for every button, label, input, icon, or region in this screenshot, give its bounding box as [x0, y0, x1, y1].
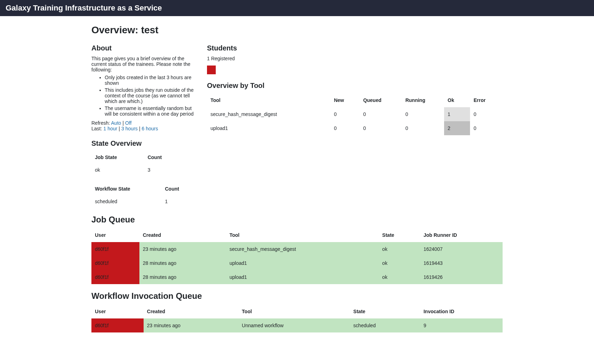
col-job-state: Job State: [91, 151, 144, 164]
job-queue-table: User Created Tool State Job Runner ID d6…: [91, 228, 503, 284]
col-created: Created: [139, 228, 226, 242]
col-error: Error: [470, 93, 503, 107]
refresh-auto-link[interactable]: Auto: [111, 120, 121, 126]
col-tool: Tool: [207, 93, 330, 107]
col-created: Created: [144, 304, 239, 318]
col-wf-state: Workflow State: [91, 183, 161, 195]
cell-created: 28 minutes ago: [139, 256, 226, 270]
table-row: d60f1f 23 minutes ago Unnamed workflow s…: [91, 318, 503, 332]
refresh-row: Refresh: Auto | Off: [91, 120, 196, 126]
cell-tool: upload1: [226, 270, 379, 284]
cell-runner: 1619426: [420, 270, 503, 284]
col-user: User: [91, 304, 144, 318]
table-row: secure_hash_message_digest 0 0 0 1 0: [207, 107, 503, 121]
pipe: |: [138, 126, 141, 131]
cell-user: d60f1f: [91, 270, 139, 284]
pipe: |: [117, 126, 121, 131]
table-row: ok 3: [91, 164, 182, 176]
app-title: Galaxy Training Infrastructure as a Serv…: [6, 4, 588, 13]
refresh-off-link[interactable]: Off: [125, 120, 131, 126]
col-state: State: [379, 228, 420, 242]
cell-error: 0: [470, 121, 503, 135]
cell-queued: 0: [360, 121, 402, 135]
cell-ok: 1: [444, 107, 470, 121]
cell-queued: 0: [360, 107, 402, 121]
pipe: |: [121, 120, 125, 126]
students-registered: 1 Registered: [207, 56, 503, 61]
cell-tool: upload1: [226, 256, 379, 270]
last-6h-link[interactable]: 6 hours: [142, 126, 158, 131]
cell-tool: secure_hash_message_digest: [207, 107, 330, 121]
cell-job-count: 3: [144, 164, 182, 176]
cell-inv: 9: [420, 318, 503, 332]
cell-new: 0: [330, 107, 359, 121]
wf-queue-heading: Workflow Invocation Queue: [91, 291, 503, 301]
student-color-swatch: [207, 66, 216, 74]
cell-job-state: ok: [91, 164, 144, 176]
workflow-state-table: Workflow State Count scheduled 1: [91, 183, 196, 208]
cell-created: 23 minutes ago: [139, 242, 226, 256]
table-row: scheduled 1: [91, 195, 196, 208]
last-row: Last: 1 hour | 3 hours | 6 hours: [91, 126, 196, 131]
col-job-count: Count: [144, 151, 182, 164]
cell-new: 0: [330, 121, 359, 135]
col-inv: Invocation ID: [420, 304, 503, 318]
about-bullet: Only jobs created in the last 3 hours ar…: [105, 75, 196, 86]
wf-queue-table: User Created Tool State Invocation ID d6…: [91, 304, 503, 332]
col-ok: Ok: [444, 93, 470, 107]
app-header: Galaxy Training Infrastructure as a Serv…: [0, 0, 594, 16]
cell-created: 28 minutes ago: [139, 270, 226, 284]
col-queued: Queued: [360, 93, 402, 107]
job-queue-heading: Job Queue: [91, 215, 503, 225]
cell-ok: 2: [444, 121, 470, 135]
cell-state: ok: [379, 256, 420, 270]
cell-state: ok: [379, 270, 420, 284]
cell-tool: upload1: [207, 121, 330, 135]
students-heading: Students: [207, 44, 503, 52]
cell-created: 23 minutes ago: [144, 318, 239, 332]
col-tool: Tool: [226, 228, 379, 242]
about-bullet: This includes jobs they run outside of t…: [105, 87, 196, 104]
cell-user: d60f1f: [91, 256, 139, 270]
cell-runner: 1624007: [420, 242, 503, 256]
table-row: d60f1f 28 minutes ago upload1 ok 1619426: [91, 270, 503, 284]
about-bullet: The username is essentially random but w…: [105, 105, 196, 117]
col-wf-count: Count: [161, 183, 196, 195]
cell-running: 0: [402, 107, 444, 121]
state-overview-heading: State Overview: [91, 139, 503, 147]
page-title: Overview: test: [91, 25, 503, 36]
overview-by-tool-heading: Overview by Tool: [207, 82, 503, 90]
about-intro: This page gives you a brief overview of …: [91, 56, 196, 73]
cell-runner: 1619443: [420, 256, 503, 270]
col-new: New: [330, 93, 359, 107]
col-user: User: [91, 228, 139, 242]
about-heading: About: [91, 44, 196, 52]
last-1h-link[interactable]: 1 hour: [103, 126, 117, 131]
last-3h-link[interactable]: 3 hours: [121, 126, 138, 131]
cell-tool: secure_hash_message_digest: [226, 242, 379, 256]
table-row: d60f1f 23 minutes ago secure_hash_messag…: [91, 242, 503, 256]
cell-user: d60f1f: [91, 318, 144, 332]
table-row: upload1 0 0 0 2 0: [207, 121, 503, 135]
cell-user: d60f1f: [91, 242, 139, 256]
cell-state: ok: [379, 242, 420, 256]
cell-running: 0: [402, 121, 444, 135]
col-running: Running: [402, 93, 444, 107]
cell-wf-state: scheduled: [91, 195, 161, 208]
refresh-label: Refresh:: [91, 120, 111, 126]
about-list: Only jobs created in the last 3 hours ar…: [91, 75, 196, 117]
col-tool: Tool: [239, 304, 350, 318]
table-row: d60f1f 28 minutes ago upload1 ok 1619443: [91, 256, 503, 270]
col-state: State: [350, 304, 420, 318]
cell-error: 0: [470, 107, 503, 121]
last-label: Last:: [91, 126, 103, 131]
overview-by-tool-table: Tool New Queued Running Ok Error secure_…: [207, 93, 503, 135]
job-state-table: Job State Count ok 3: [91, 151, 182, 176]
cell-wf-count: 1: [161, 195, 196, 208]
cell-state: scheduled: [350, 318, 420, 332]
col-runner: Job Runner ID: [420, 228, 503, 242]
cell-tool: Unnamed workflow: [239, 318, 350, 332]
